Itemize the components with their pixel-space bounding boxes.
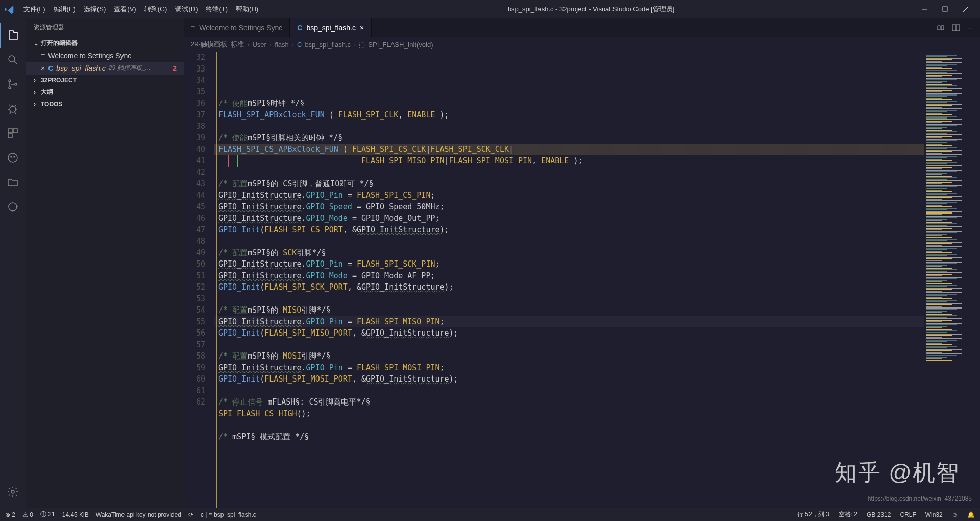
editor-area: ≡ Welcome to Settings Sync C bsp_spi_fla… bbox=[184, 18, 980, 508]
status-sync-icon[interactable]: ⟳ bbox=[188, 511, 193, 518]
breadcrumb-item[interactable]: User bbox=[252, 41, 266, 49]
status-errors[interactable]: ⊗ 2 bbox=[5, 511, 15, 518]
svg-rect-8 bbox=[8, 134, 12, 138]
menu-help[interactable]: 帮助(H) bbox=[232, 5, 262, 14]
breadcrumb-symbol[interactable]: SPI_FLASH_Init(void) bbox=[368, 41, 433, 49]
status-wakatime[interactable]: WakaTime api key not provided bbox=[96, 511, 181, 518]
c-file-icon: C bbox=[297, 23, 302, 32]
svg-point-5 bbox=[10, 106, 16, 112]
list-icon: ≡ bbox=[191, 23, 195, 32]
bracket-guide bbox=[216, 52, 217, 508]
sidebar-outline[interactable]: › 大纲 bbox=[26, 86, 184, 99]
activity-extensions[interactable] bbox=[0, 121, 26, 146]
problem-badge: 2 bbox=[173, 64, 177, 73]
sidebar-open-editors-label: 打开的编辑器 bbox=[41, 39, 78, 48]
breadcrumb-item[interactable]: flash bbox=[275, 41, 288, 49]
activity-platformio[interactable] bbox=[0, 146, 26, 170]
activity-bar bbox=[0, 18, 26, 508]
tab-settings-sync[interactable]: ≡ Welcome to Settings Sync bbox=[184, 18, 290, 37]
svg-point-13 bbox=[11, 490, 14, 493]
close-icon[interactable]: × bbox=[41, 64, 45, 73]
status-bar: ⊗ 2 ⚠ 0 ⓘ 21 14.45 KiB WakaTime api key … bbox=[0, 508, 980, 521]
vscode-logo-icon bbox=[4, 4, 14, 14]
svg-rect-6 bbox=[8, 129, 12, 133]
sidebar-open-editors[interactable]: ⌄ 打开的编辑器 bbox=[26, 37, 184, 50]
status-language-select[interactable]: c | ≡ bsp_spi_flash.c bbox=[201, 511, 256, 518]
menu-debug[interactable]: 调试(D) bbox=[171, 5, 202, 14]
menu-select[interactable]: 选择(S) bbox=[80, 5, 110, 14]
chevron-right-icon: › bbox=[34, 101, 39, 108]
menu-terminal[interactable]: 终端(T) bbox=[202, 5, 232, 14]
activity-settings[interactable] bbox=[0, 480, 26, 504]
sidebar-explorer: 资源管理器 ⌄ 打开的编辑器 ≡ Welcome to Settings Syn… bbox=[26, 18, 184, 508]
sidebar-title: 资源管理器 bbox=[26, 18, 184, 37]
status-spaces[interactable]: 空格: 2 bbox=[839, 510, 857, 519]
window-title: bsp_spi_flash.c - 32project - Visual Stu… bbox=[262, 5, 920, 14]
split-editor-icon[interactable] bbox=[952, 23, 960, 32]
activity-search[interactable] bbox=[0, 48, 26, 72]
activity-source-control[interactable] bbox=[0, 72, 26, 97]
svg-point-4 bbox=[15, 83, 17, 85]
svg-point-12 bbox=[9, 203, 17, 211]
svg-point-9 bbox=[8, 153, 17, 162]
svg-point-3 bbox=[9, 87, 11, 89]
svg-point-2 bbox=[9, 80, 11, 82]
editor-actions: ··· bbox=[937, 18, 980, 37]
activity-folder[interactable] bbox=[0, 170, 26, 195]
compare-icon[interactable] bbox=[937, 23, 945, 32]
breadcrumb[interactable]: 29-触摸画板_标准› User› flash› C bsp_spi_flash… bbox=[184, 37, 980, 52]
open-editor-label: Welcome to Settings Sync bbox=[48, 52, 131, 60]
tab-label: Welcome to Settings Sync bbox=[199, 23, 282, 32]
menu-bar: 文件(F) 编辑(E) 选择(S) 查看(V) 转到(G) 调试(D) 终端(T… bbox=[19, 5, 262, 14]
code-editor[interactable]: 3233343536373839404142434445464748495051… bbox=[184, 52, 980, 508]
svg-point-1 bbox=[9, 56, 15, 62]
menu-view[interactable]: 查看(V) bbox=[110, 5, 140, 14]
status-feedback-icon[interactable]: ☺ bbox=[952, 511, 958, 518]
status-filesize: 14.45 KiB bbox=[62, 511, 89, 518]
status-bell-icon[interactable]: 🔔 bbox=[967, 511, 975, 518]
menu-edit[interactable]: 编辑(E) bbox=[50, 5, 80, 14]
menu-goto[interactable]: 转到(G) bbox=[140, 5, 172, 14]
close-icon[interactable]: × bbox=[360, 23, 364, 32]
chevron-right-icon: › bbox=[34, 77, 39, 84]
tab-bsp-spi-flash[interactable]: C bsp_spi_flash.c × bbox=[290, 18, 372, 37]
sidebar-todos[interactable]: › TODOS bbox=[26, 99, 184, 110]
editor-tabs: ≡ Welcome to Settings Sync C bsp_spi_fla… bbox=[184, 18, 980, 37]
watermark-url: https://blog.csdn.net/weixin_43721085 bbox=[868, 495, 972, 502]
window-controls bbox=[920, 4, 971, 14]
svg-point-11 bbox=[14, 156, 15, 157]
svg-rect-7 bbox=[13, 129, 17, 133]
status-info[interactable]: ⓘ 21 bbox=[40, 510, 55, 519]
open-editor-settings-sync[interactable]: ≡ Welcome to Settings Sync bbox=[26, 50, 184, 62]
activity-debug[interactable] bbox=[0, 97, 26, 121]
open-editor-bsp-spi-flash[interactable]: × C bsp_spi_flash.c 29-触摸画板_... 2 bbox=[26, 62, 184, 75]
minimap[interactable] bbox=[924, 52, 980, 508]
line-number-gutter: 3233343536373839404142434445464748495051… bbox=[184, 52, 214, 508]
c-file-icon: C bbox=[48, 64, 53, 73]
status-platform[interactable]: Win32 bbox=[925, 511, 943, 518]
activity-explorer[interactable] bbox=[0, 23, 26, 48]
code-content[interactable]: /* 使能mSPI§时钟 */§FLASH_SPI_APBxClock_FUN … bbox=[214, 52, 924, 508]
svg-point-10 bbox=[11, 156, 12, 157]
breadcrumb-item[interactable]: bsp_spi_flash.c bbox=[305, 41, 351, 49]
sidebar-outline-label: 大纲 bbox=[41, 88, 53, 97]
maximize-button[interactable] bbox=[940, 4, 950, 14]
symbol-icon: ⬚ bbox=[359, 41, 365, 49]
sidebar-todos-label: TODOS bbox=[41, 101, 62, 108]
sidebar-project-label: 32PROJECT bbox=[41, 77, 77, 84]
sidebar-project[interactable]: › 32PROJECT bbox=[26, 75, 184, 86]
status-encoding[interactable]: GB 2312 bbox=[867, 511, 891, 518]
chevron-down-icon: ⌄ bbox=[34, 40, 39, 47]
status-eol[interactable]: CRLF bbox=[900, 511, 916, 518]
breadcrumb-item[interactable]: 29-触摸画板_标准 bbox=[191, 40, 244, 49]
menu-file[interactable]: 文件(F) bbox=[19, 5, 50, 14]
minimize-button[interactable] bbox=[920, 4, 930, 14]
close-button[interactable] bbox=[961, 4, 971, 14]
title-bar: 文件(F) 编辑(E) 选择(S) 查看(V) 转到(G) 调试(D) 终端(T… bbox=[0, 0, 980, 18]
tab-label: bsp_spi_flash.c bbox=[306, 23, 356, 32]
more-icon[interactable]: ··· bbox=[967, 23, 973, 31]
c-file-icon: C bbox=[297, 41, 302, 49]
activity-gitlens[interactable] bbox=[0, 195, 26, 219]
status-line-col[interactable]: 行 52，列 3 bbox=[797, 510, 829, 519]
status-warnings[interactable]: ⚠ 0 bbox=[22, 511, 33, 518]
